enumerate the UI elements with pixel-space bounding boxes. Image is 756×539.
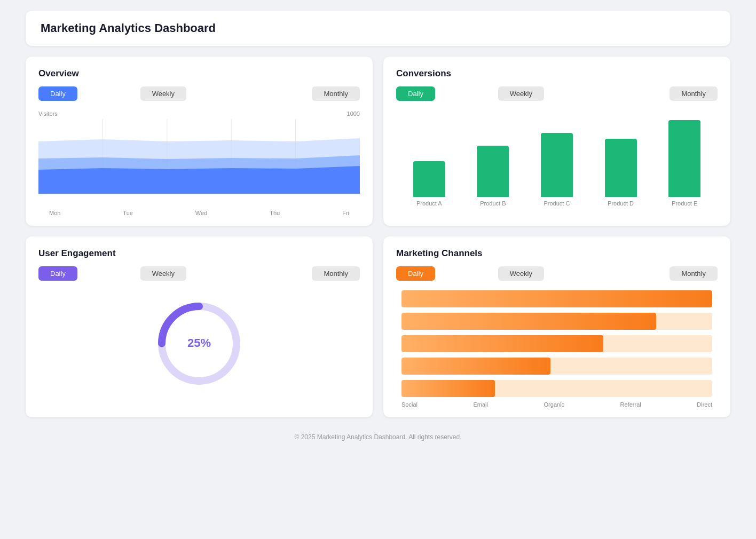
conversions-chart: Product AProduct BProduct CProduct DProd… (396, 110, 718, 207)
overview-y-label: Visitors (38, 110, 58, 117)
channels-weekly-btn[interactable]: Weekly (498, 266, 544, 281)
overview-x-wed: Wed (195, 210, 207, 216)
overview-weekly-btn[interactable]: Weekly (140, 86, 186, 101)
conv-bar-wrap: Product C (529, 133, 585, 207)
engagement-daily-btn[interactable]: Daily (38, 266, 77, 281)
mktg-label-referral: Referral (620, 401, 641, 408)
overview-x-labels: Mon Tue Wed Thu Fri (38, 210, 360, 216)
donut-chart-svg: 25% (151, 296, 247, 392)
conv-bar (477, 146, 509, 197)
marketing-chart (396, 290, 718, 397)
conv-bar (605, 139, 637, 197)
mktg-bar-row (401, 290, 712, 307)
mktg-bar-bg (401, 380, 712, 397)
mktg-label-social: Social (401, 401, 418, 408)
overview-card: Overview Daily Weekly Monthly Visitors 1… (26, 57, 373, 226)
overview-y-labels: Visitors 1000 (38, 110, 360, 117)
mktg-bar-fill (401, 313, 656, 330)
bottom-row: User Engagement Daily Weekly Monthly 25%… (26, 236, 730, 417)
overview-monthly-btn[interactable]: Monthly (312, 86, 360, 101)
mktg-bar-row (401, 380, 712, 397)
conv-bar-label: Product A (416, 200, 442, 207)
mktg-bar-fill (401, 290, 712, 307)
channels-daily-btn[interactable]: Daily (396, 266, 435, 281)
marketing-x-labels: Social Email Organic Referral Direct (396, 401, 718, 408)
conversions-title: Conversions (396, 68, 718, 79)
mktg-bar-bg (401, 358, 712, 375)
overview-title: Overview (38, 68, 360, 79)
mktg-bar-row (401, 335, 712, 352)
footer-text: © 2025 Marketing Analytics Dashboard. Al… (295, 433, 462, 441)
conv-bar-label: Product B (480, 200, 506, 207)
conversions-card: Conversions Daily Weekly Monthly Product… (383, 57, 730, 226)
mktg-bar-row (401, 313, 712, 330)
engagement-weekly-btn[interactable]: Weekly (140, 266, 186, 281)
page-title: Marketing Analytics Dashboard (41, 21, 715, 35)
marketing-channels-title: Marketing Channels (396, 248, 718, 259)
conversions-daily-btn[interactable]: Daily (396, 86, 435, 101)
mktg-label-email: Email (474, 401, 489, 408)
conv-bar-label: Product E (672, 200, 697, 207)
overview-x-tue: Tue (123, 210, 133, 216)
mktg-label-direct: Direct (697, 401, 712, 408)
overview-daily-btn[interactable]: Daily (38, 86, 77, 101)
conversions-monthly-btn[interactable]: Monthly (670, 86, 718, 101)
top-row: Overview Daily Weekly Monthly Visitors 1… (26, 57, 730, 226)
overview-chart-svg (38, 119, 360, 204)
overview-x-mon: Mon (49, 210, 60, 216)
user-engagement-btn-group: Daily Weekly Monthly (38, 266, 360, 281)
overview-chart-area: Visitors 1000 Mon (38, 110, 360, 216)
conv-bar (541, 133, 573, 197)
mktg-bar-fill (401, 335, 603, 352)
mktg-bar-row (401, 358, 712, 375)
conversions-btn-group: Daily Weekly Monthly (396, 86, 718, 101)
conv-bar-wrap: Product A (401, 161, 457, 207)
conv-bar-wrap: Product D (593, 139, 649, 207)
footer: © 2025 Marketing Analytics Dashboard. Al… (26, 428, 730, 446)
user-engagement-card: User Engagement Daily Weekly Monthly 25% (26, 236, 373, 417)
user-engagement-title: User Engagement (38, 248, 360, 259)
mktg-bar-fill (401, 358, 550, 375)
mktg-label-organic: Organic (544, 401, 565, 408)
conv-bar-wrap: Product E (657, 120, 712, 207)
overview-btn-group: Daily Weekly Monthly (38, 86, 360, 101)
svg-marker-6 (38, 166, 360, 194)
marketing-channels-card: Marketing Channels Daily Weekly Monthly … (383, 236, 730, 417)
donut-wrap: 25% (38, 290, 360, 397)
channels-monthly-btn[interactable]: Monthly (670, 266, 718, 281)
mktg-bar-fill (401, 380, 495, 397)
header-card: Marketing Analytics Dashboard (26, 11, 730, 46)
svg-text:25%: 25% (187, 336, 211, 350)
mktg-bar-bg (401, 290, 712, 307)
conv-bar (413, 161, 445, 197)
overview-y-max: 1000 (347, 110, 360, 117)
mktg-bar-bg (401, 335, 712, 352)
conv-bar-label: Product D (608, 200, 634, 207)
engagement-monthly-btn[interactable]: Monthly (312, 266, 360, 281)
mktg-bar-bg (401, 313, 712, 330)
conv-bar-wrap: Product B (466, 146, 521, 207)
conv-bar (668, 120, 700, 197)
overview-x-thu: Thu (270, 210, 280, 216)
conversions-weekly-btn[interactable]: Weekly (498, 86, 544, 101)
overview-x-fri: Fri (342, 210, 349, 216)
marketing-channels-btn-group: Daily Weekly Monthly (396, 266, 718, 281)
conv-bar-label: Product C (544, 200, 570, 207)
